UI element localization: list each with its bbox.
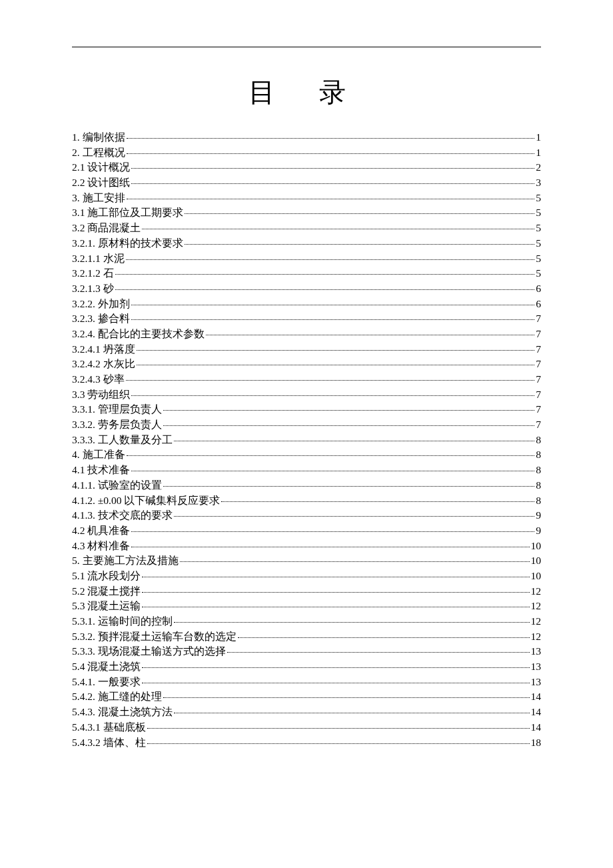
toc-row: 5.4 混凝土浇筑13 — [72, 661, 541, 672]
toc-entry-page: 18 — [531, 737, 542, 748]
toc-leader-dots — [142, 667, 529, 668]
toc-row: 4.2 机具准备9 — [72, 525, 541, 536]
toc-row: 5.3 混凝土运输12 — [72, 601, 541, 611]
toc-row: 4.1.2. ±0.00 以下碱集料反应要求8 — [72, 495, 541, 506]
toc-entry-label: 5.3.1. 运输时间的控制 — [72, 616, 173, 627]
toc-row: 3.2.1.2 石5 — [72, 268, 541, 279]
toc-entry-page: 8 — [536, 449, 541, 460]
toc-entry-page: 10 — [531, 555, 542, 566]
toc-row: 3.2 商品混凝土5 — [72, 223, 541, 233]
toc-entry-page: 8 — [536, 465, 541, 475]
toc-entry-page: 8 — [536, 480, 541, 491]
toc-entry-label: 5.4.1. 一般要求 — [72, 677, 141, 687]
toc-title: 目 录 — [72, 74, 541, 111]
toc-entry-page: 5 — [536, 193, 541, 203]
toc-row: 1. 编制依据1 — [72, 132, 541, 143]
toc-entry-page: 7 — [536, 344, 541, 355]
toc-row: 5.4.3.1 基础底板14 — [72, 722, 541, 733]
toc-leader-dots — [142, 607, 529, 607]
toc-entry-label: 3.1 施工部位及工期要求 — [72, 207, 183, 218]
toc-row: 5.1 流水段划分10 — [72, 571, 541, 581]
toc-entry-label: 5.4.3.1 基础底板 — [72, 722, 146, 733]
toc-leader-dots — [137, 350, 535, 351]
toc-entry-label: 3.2.3. 掺合料 — [72, 313, 130, 324]
toc-leader-dots — [163, 486, 535, 487]
document-page: 目 录 1. 编制依据12. 工程概况12.1 设计概况22.2 设计图纸33.… — [0, 0, 613, 792]
toc-entry-page: 12 — [531, 586, 542, 597]
toc-leader-dots — [115, 274, 535, 275]
toc-leader-dots — [127, 138, 535, 139]
toc-entry-page: 7 — [536, 404, 541, 415]
toc-entry-label: 4.1 技术准备 — [72, 465, 130, 475]
toc-entry-label: 3.2.1.3 砂 — [72, 283, 114, 294]
toc-row: 3.2.4.1 坍落度7 — [72, 344, 541, 355]
toc-entry-label: 3.2.4.3 砂率 — [72, 374, 125, 385]
toc-entry-label: 3.2.1.1 水泥 — [72, 253, 125, 264]
table-of-contents: 1. 编制依据12. 工程概况12.1 设计概况22.2 设计图纸33. 施工安… — [72, 132, 541, 747]
toc-leader-dots — [131, 168, 534, 169]
toc-leader-dots — [147, 728, 530, 729]
toc-row: 4.1.1. 试验室的设置8 — [72, 480, 541, 491]
toc-entry-label: 3.3.1. 管理层负责人 — [72, 404, 162, 415]
toc-entry-page: 7 — [536, 313, 541, 324]
toc-row: 2.1 设计概况2 — [72, 162, 541, 173]
toc-leader-dots — [131, 183, 534, 184]
toc-entry-page: 10 — [531, 541, 542, 551]
toc-entry-page: 3 — [536, 177, 541, 188]
toc-entry-page: 7 — [536, 374, 541, 385]
toc-entry-page: 14 — [531, 691, 542, 702]
toc-entry-label: 3.2 商品混凝土 — [72, 223, 141, 233]
toc-leader-dots — [142, 577, 529, 577]
toc-leader-dots — [127, 455, 535, 456]
toc-row: 3.2.1.3 砂6 — [72, 283, 541, 294]
toc-entry-page: 13 — [531, 646, 542, 657]
toc-row: 5. 主要施工方法及措施10 — [72, 555, 541, 566]
toc-leader-dots — [131, 547, 529, 547]
toc-entry-label: 2.2 设计图纸 — [72, 177, 130, 188]
toc-leader-dots — [131, 395, 534, 396]
toc-leader-dots — [174, 516, 535, 517]
toc-entry-page: 7 — [536, 329, 541, 339]
toc-entry-page: 9 — [536, 510, 541, 521]
toc-leader-dots — [127, 153, 535, 154]
toc-entry-label: 5.4 混凝土浇筑 — [72, 661, 141, 672]
toc-entry-page: 7 — [536, 419, 541, 430]
toc-entry-label: 3.3.3. 工人数量及分工 — [72, 435, 173, 445]
toc-entry-label: 3.3.2. 劳务层负责人 — [72, 419, 162, 430]
toc-leader-dots — [180, 561, 530, 562]
toc-row: 3. 施工安排5 — [72, 193, 541, 203]
toc-row: 3.3 劳动组织7 — [72, 389, 541, 400]
toc-row: 3.2.4. 配合比的主要技术参数7 — [72, 329, 541, 339]
toc-entry-page: 5 — [536, 268, 541, 279]
toc-entry-label: 5. 主要施工方法及措施 — [72, 555, 179, 566]
toc-row: 5.3.2. 预拌混凝土运输车台数的选定12 — [72, 631, 541, 642]
toc-row: 3.2.2. 外加剂6 — [72, 299, 541, 309]
toc-entry-page: 2 — [536, 162, 541, 173]
toc-row: 3.2.3. 掺合料7 — [72, 313, 541, 324]
toc-row: 5.2 混凝土搅拌12 — [72, 586, 541, 597]
toc-entry-page: 1 — [536, 147, 541, 158]
toc-entry-label: 3.2.4.2 水灰比 — [72, 359, 135, 369]
toc-row: 4. 施工准备8 — [72, 449, 541, 460]
header-rule — [72, 47, 541, 47]
toc-row: 3.3.3. 工人数量及分工8 — [72, 435, 541, 445]
toc-leader-dots — [127, 199, 535, 199]
toc-entry-label: 4. 施工准备 — [72, 449, 125, 460]
toc-leader-dots — [126, 259, 535, 260]
toc-entry-label: 5.4.3.2 墙体、柱 — [72, 737, 146, 748]
toc-entry-page: 14 — [531, 722, 542, 733]
toc-leader-dots — [174, 441, 535, 441]
toc-leader-dots — [142, 683, 530, 683]
toc-leader-dots — [185, 213, 534, 214]
toc-entry-label: 3.2.1.2 石 — [72, 268, 114, 279]
toc-entry-label: 1. 编制依据 — [72, 132, 125, 143]
toc-entry-label: 5.3.3. 现场混凝土输送方式的选择 — [72, 646, 226, 657]
toc-entry-label: 5.1 流水段划分 — [72, 571, 141, 581]
toc-leader-dots — [137, 365, 535, 365]
toc-row: 5.4.2. 施工缝的处理14 — [72, 691, 541, 702]
toc-leader-dots — [163, 697, 530, 698]
toc-leader-dots — [131, 531, 534, 532]
toc-leader-dots — [131, 471, 534, 471]
toc-entry-label: 4.2 机具准备 — [72, 525, 130, 536]
toc-entry-page: 6 — [536, 299, 541, 309]
